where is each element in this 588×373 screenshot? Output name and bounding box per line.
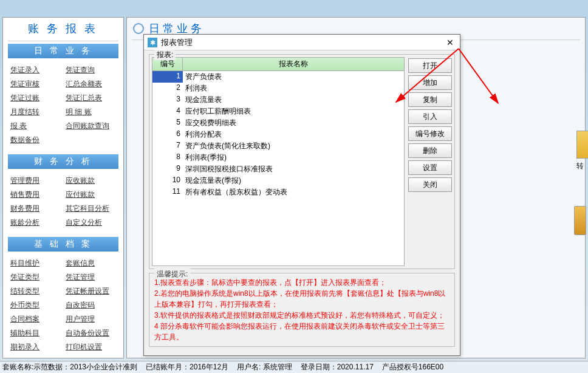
list-row[interactable]: 6利润分配表	[152, 129, 404, 140]
sidebar-link[interactable]: 合同档案	[8, 312, 63, 326]
close-icon[interactable]: ✕	[444, 38, 456, 47]
dialog-titlebar[interactable]: ✱ 报表管理 ✕	[144, 35, 460, 50]
sidebar-link[interactable]: 财务费用	[8, 202, 63, 216]
report-management-dialog: ✱ 报表管理 ✕ 报表: 编号 报表名称 1资产负债表2利润表3现金流量表4应付…	[143, 34, 460, 356]
partial-icon-1	[576, 131, 588, 159]
dialog-button-设置[interactable]: 设置	[408, 160, 452, 175]
sidebar-link[interactable]: 账龄分析	[8, 216, 63, 230]
tip-line: 3.软件提供的报表格式是按照财政部规定的标准格式预设好，若您有特殊格式，可自定义…	[154, 310, 450, 321]
sidebar-link[interactable]: 销售费用	[8, 188, 63, 202]
sidebar-link[interactable]: 自定义分析	[63, 216, 118, 230]
dialog-icon: ✱	[148, 38, 157, 47]
list-row[interactable]: 5应交税费明细表	[152, 117, 404, 129]
section-header: 基 础 档 案	[8, 237, 118, 252]
sidebar-link[interactable]: 其它科目分析	[63, 202, 118, 216]
dialog-button-引入[interactable]: 引入	[408, 109, 452, 124]
list-row[interactable]: 8利润表(季报)	[152, 152, 404, 163]
sidebar-link[interactable]: 凭证审核	[8, 77, 63, 91]
report-list[interactable]: 编号 报表名称 1资产负债表2利润表3现金流量表4应付职工薪酬明细表5应交税费明…	[152, 57, 405, 266]
sidebar-link[interactable]: 管理费用	[8, 174, 63, 188]
sidebar-link[interactable]: 月度结转	[8, 105, 63, 119]
sidebar-link[interactable]: 凭证帐册设置	[63, 284, 118, 298]
partial-icon-2	[574, 206, 586, 235]
status-user: 用户名: 系统管理	[237, 362, 292, 372]
sidebar-link[interactable]: 应付账款	[63, 188, 118, 202]
sidebar-link[interactable]: 汇总余额表	[63, 77, 118, 91]
tips-label: 温馨提示:	[154, 269, 190, 279]
sidebar-link[interactable]: 数据备份	[8, 133, 118, 147]
list-row[interactable]: 4应付职工薪酬明细表	[152, 106, 404, 117]
list-row[interactable]: 1资产负债表	[152, 71, 404, 83]
sidebar-title: 账 务 报 表	[3, 18, 123, 39]
section-header: 日 常 业 务	[8, 44, 118, 58]
status-date: 登录日期：2020.11.17	[301, 362, 374, 372]
sidebar-link[interactable]: 应收账款	[63, 174, 118, 188]
tip-line: 1.报表查看步骤：鼠标选中要查的报表，点【打开】进入报表界面查看；	[154, 277, 450, 288]
group-label: 报表:	[154, 50, 176, 60]
tips-box: 温馨提示: 1.报表查看步骤：鼠标选中要查的报表，点【打开】进入报表界面查看；2…	[149, 273, 455, 347]
list-row[interactable]: 2利润表	[152, 83, 404, 94]
list-row[interactable]: 9深圳国税报税接口标准报表	[152, 163, 404, 175]
status-account: 套账名称:示范数据：2013小企业会计准则	[2, 362, 137, 372]
status-license: 产品授权号166E00	[382, 362, 443, 372]
list-col-name: 报表名称	[183, 58, 404, 70]
sidebar-link[interactable]: 用户管理	[63, 312, 118, 326]
dialog-button-关闭[interactable]: 关闭	[408, 177, 452, 192]
sidebar-link[interactable]: 科目维护	[8, 256, 63, 270]
list-row[interactable]: 10现金流量表(季报)	[152, 175, 404, 187]
tip-line: 2.若您的电脑操作系统是win8以上版本，在使用报表前先将【套账信息】处【报表与…	[154, 288, 450, 310]
sidebar-link[interactable]: 自动备份设置	[63, 326, 118, 340]
statusbar: 套账名称:示范数据：2013小企业会计准则 已结账年月：2016年12月 用户名…	[0, 361, 588, 373]
dialog-button-复制[interactable]: 复制	[408, 92, 452, 107]
dialog-button-打开[interactable]: 打开	[408, 58, 452, 73]
zhuan-label: 转	[576, 161, 584, 171]
sidebar-link[interactable]: 合同账款查询	[63, 119, 118, 133]
dialog-button-增加[interactable]: 增加	[408, 75, 452, 90]
sidebar-link[interactable]: 打印机设置	[63, 340, 118, 354]
section-header: 财 务 分 析	[8, 154, 118, 169]
sidebar-link[interactable]: 辅助科目	[8, 326, 63, 340]
sidebar-link[interactable]: 结转类型	[8, 284, 63, 298]
sidebar-link[interactable]: 期初录入	[8, 340, 63, 354]
sidebar: 账 务 报 表 日 常 业 务凭证录入凭证查询凭证审核汇总余额表凭证过账凭证汇总…	[2, 17, 124, 358]
sidebar-link[interactable]: 报 表	[8, 119, 63, 133]
list-row[interactable]: 3现金流量表	[152, 94, 404, 106]
sidebar-link[interactable]: 明 细 账	[63, 105, 118, 119]
tip-line: 4 部分杀毒软件可能会影响您报表运行，在使用报表前建议关闭杀毒软件或安全卫士等第…	[154, 321, 450, 343]
status-closed: 已结账年月：2016年12月	[146, 362, 228, 372]
sidebar-link[interactable]: 凭证录入	[8, 63, 63, 77]
gear-icon	[133, 23, 144, 34]
list-row[interactable]: 11所有者权益（股东权益）变动表	[152, 187, 404, 198]
dialog-button-编号修改[interactable]: 编号修改	[408, 126, 452, 141]
sidebar-link[interactable]: 外币类型	[8, 298, 63, 312]
sidebar-link[interactable]: 凭证查询	[63, 63, 118, 77]
sidebar-link[interactable]: 凭证过账	[8, 91, 63, 105]
sidebar-link[interactable]: 凭证管理	[63, 270, 118, 284]
sidebar-link[interactable]: 凭证类型	[8, 270, 63, 284]
sidebar-link[interactable]: 凭证汇总表	[63, 91, 118, 105]
dialog-button-删除[interactable]: 删除	[408, 143, 452, 158]
dialog-title: 报表管理	[161, 37, 444, 48]
sidebar-link[interactable]: 套账信息	[63, 256, 118, 270]
list-row[interactable]: 7资产负债表(简化往来取数)	[152, 140, 404, 152]
sidebar-link[interactable]: 自改密码	[63, 298, 118, 312]
